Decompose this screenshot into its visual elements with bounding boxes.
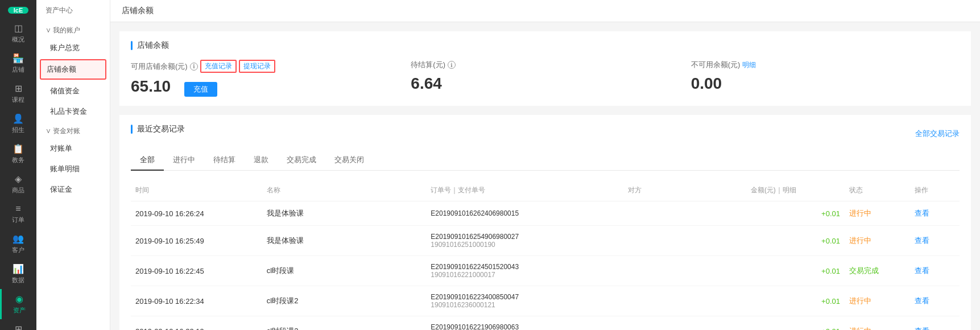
row-amount: +0.01: [746, 286, 845, 316]
sidebar-item-label: 招生: [12, 126, 24, 134]
row-time: 2019-09-10 16:22:45: [131, 256, 262, 286]
order-icon: ≡: [15, 204, 20, 214]
row-status: 进行中: [845, 316, 910, 331]
sidebar-item-label: 课程: [12, 96, 24, 104]
reconcile-statement-item[interactable]: 对账单: [36, 138, 110, 159]
tab-closed[interactable]: 交易关闭: [325, 150, 373, 171]
row-name: 我是体验课: [262, 226, 427, 256]
row-time: 2019-09-10 16:25:49: [131, 226, 262, 256]
row-action-link[interactable]: 查看: [910, 256, 960, 286]
pending-balance-label: 待结算(元) ℹ: [411, 60, 679, 70]
row-amount: +0.01: [746, 256, 845, 286]
balance-main: 65.10 充值: [131, 77, 399, 97]
balance-card: 店铺余额 可用店铺余额(元) ℹ 充值记录 提现记录 65.10 充值: [119, 31, 971, 106]
sidebar-item-data[interactable]: 📊 数据: [0, 259, 36, 289]
row-order: E2019091016254906980027 1909101625100019…: [426, 226, 623, 256]
table-header: 时间 名称 订单号｜支付单号 对方 金额(元)｜明细 状态 操作: [131, 180, 960, 201]
tab-refund[interactable]: 退款: [245, 150, 278, 171]
unavailable-label-text: 不可用余额(元): [691, 60, 741, 70]
sidebar-item-overview[interactable]: ◫ 概况: [0, 18, 36, 48]
sidebar-item-label: 商品: [12, 186, 24, 195]
stored-value-item[interactable]: 储值资金: [36, 81, 110, 101]
sidebar-item-goods[interactable]: ◈ 商品: [0, 169, 36, 199]
my-account-section: ∨ 我的账户: [36, 21, 110, 38]
unavailable-amount: 0.00: [691, 75, 960, 93]
overview-icon: ◫: [14, 23, 23, 34]
details-link[interactable]: 明细: [742, 60, 756, 70]
sidebar-item-app[interactable]: ⊞ 应用: [12, 319, 24, 330]
store-icon: 🏪: [13, 53, 24, 64]
row-name: cl时段课: [262, 256, 427, 286]
recharge-button[interactable]: 充值: [184, 82, 217, 97]
view-all-link[interactable]: 全部交易记录: [915, 129, 960, 139]
available-balance-label: 可用店铺余额(元) ℹ 充值记录 提现记录: [131, 60, 399, 73]
row-order: E2019091016223400850047 1909101623600012…: [426, 286, 623, 316]
table-row: 2019-09-10 16:22:45 cl时段课 E2019091016224…: [131, 256, 960, 286]
tab-all[interactable]: 全部: [131, 150, 164, 171]
deposit-item[interactable]: 保证金: [36, 179, 110, 200]
available-amount: 65.10: [131, 77, 171, 96]
table-body: 2019-09-10 16:26:24 我是体验课 E2019091016262…: [131, 201, 960, 331]
main-content: 店铺余额 店铺余额 可用店铺余额(元) ℹ 充值记录 提现记录 65.10 充值: [110, 0, 980, 330]
row-action-link[interactable]: 查看: [910, 316, 960, 331]
goods-icon: ◈: [15, 174, 22, 184]
data-icon: 📊: [13, 263, 24, 274]
row-status: 进行中: [845, 226, 910, 256]
tab-pending[interactable]: 待结算: [204, 150, 245, 171]
sidebar-item-store[interactable]: 🏪 店铺: [0, 48, 36, 79]
row-party: [623, 286, 746, 316]
table-row: 2019-09-10 16:22:19 cl时段课2 E201909101622…: [131, 316, 960, 331]
unavailable-balance-item: 不可用余额(元) 明细 0.00: [680, 60, 960, 93]
tab-inprogress[interactable]: 进行中: [164, 150, 204, 171]
transaction-section-title: 最近交易记录: [131, 124, 185, 134]
row-action-link[interactable]: 查看: [910, 226, 960, 256]
unavailable-balance-label: 不可用余额(元) 明细: [691, 60, 960, 70]
sidebar-item-order[interactable]: ≡ 订单: [0, 199, 36, 229]
balance-section-title: 店铺余额: [131, 40, 960, 51]
available-balance-item: 可用店铺余额(元) ℹ 充值记录 提现记录 65.10 充值: [131, 60, 399, 97]
row-party: [623, 201, 746, 226]
sidebar-logo: IcE: [8, 7, 28, 14]
account-detail-item[interactable]: 账单明细: [36, 159, 110, 179]
row-status: 进行中: [845, 286, 910, 316]
row-amount: +0.01: [746, 226, 845, 256]
withdraw-record-link[interactable]: 提现记录: [239, 60, 275, 73]
gift-card-item[interactable]: 礼品卡资金: [36, 101, 110, 122]
row-name: cl时段课2: [262, 286, 427, 316]
sidebar: IcE ◫ 概况 🏪 店铺 ⊞ 课程 👤 招生 📋 教务 ◈ 商品 ≡ 订单 👥…: [0, 0, 36, 330]
asset-reconcile-section: ∨ 资金对账: [36, 122, 110, 138]
sidebar-item-teacher[interactable]: 📋 教务: [0, 139, 36, 169]
row-time: 2019-09-10 16:22:19: [131, 316, 262, 331]
page-title: 店铺余额: [110, 0, 980, 22]
row-status: 交易完成: [845, 256, 910, 286]
row-action-link[interactable]: 查看: [910, 286, 960, 316]
pending-amount: 6.64: [411, 75, 679, 93]
row-name: 我是体验课: [262, 201, 427, 226]
row-action-link[interactable]: 查看: [910, 201, 960, 226]
transaction-tabs: 全部 进行中 待结算 退款 交易完成 交易关闭: [131, 150, 960, 171]
table-row: 2019-09-10 16:26:24 我是体验课 E2019091016262…: [131, 201, 960, 226]
col-order-header: 订单号｜支付单号: [426, 180, 623, 201]
row-time: 2019-09-10 16:22:34: [131, 286, 262, 316]
asset-center-header[interactable]: 资产中心: [36, 0, 110, 21]
table-row: 2019-09-10 16:22:34 cl时段课2 E201909101622…: [131, 286, 960, 316]
store-balance-item[interactable]: 店铺余额: [40, 59, 106, 80]
account-overview-item[interactable]: 账户总览: [36, 38, 110, 58]
recharge-record-link[interactable]: 充值记录: [200, 60, 237, 73]
tab-complete[interactable]: 交易完成: [278, 150, 325, 171]
balance-row: 可用店铺余额(元) ℹ 充值记录 提现记录 65.10 充值 待结算(元) ℹ: [131, 60, 960, 97]
course-icon: ⊞: [15, 83, 22, 94]
row-order: E2019091016224501520043 1909101622100001…: [426, 256, 623, 286]
col-status-header: 状态: [845, 180, 910, 201]
sidebar-item-course[interactable]: ⊞ 课程: [0, 79, 36, 109]
row-amount: +0.01: [746, 201, 845, 226]
sidebar-item-label: 店铺: [12, 65, 24, 74]
sidebar-item-recruit[interactable]: 👤 招生: [0, 109, 36, 139]
col-time-header: 时间: [131, 180, 262, 201]
info-icon: ℹ: [190, 63, 198, 71]
sidebar-item-customer[interactable]: 👥 客户: [0, 229, 36, 259]
row-amount: +0.01: [746, 316, 845, 331]
sidebar-item-asset[interactable]: ◉ 资产: [0, 289, 36, 319]
teacher-icon: 📋: [13, 143, 24, 154]
sidebar-item-label: 资产: [13, 306, 26, 315]
